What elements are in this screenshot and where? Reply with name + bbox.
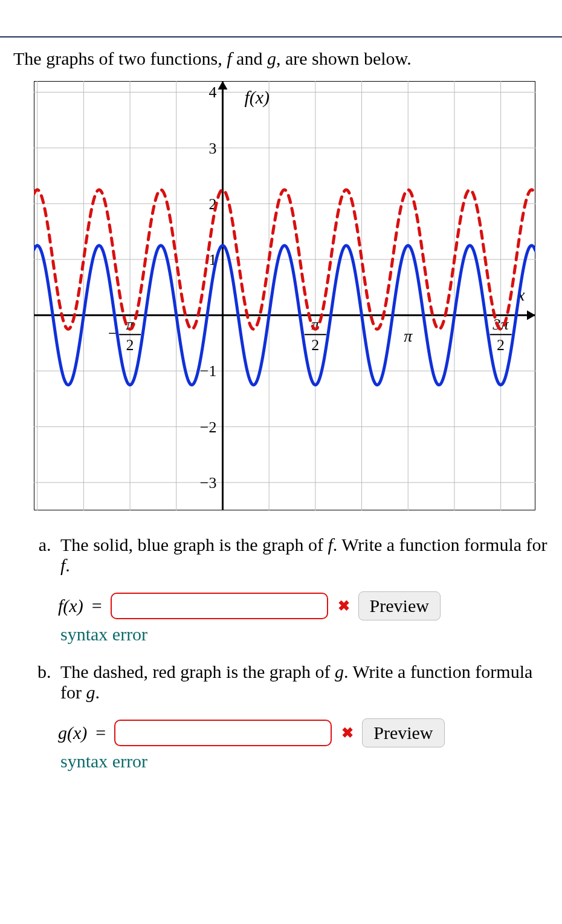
parts-list: The solid, blue graph is the graph of f.…	[13, 535, 549, 772]
wrong-icon: ✖	[334, 597, 352, 614]
preview-button-a[interactable]: Preview	[358, 591, 441, 620]
chart-svg: −3−2−11234−π2π2π3π2xf(x)	[34, 81, 535, 510]
part-b-lhs: g(x)	[58, 723, 88, 743]
part-a: The solid, blue graph is the graph of f.…	[56, 535, 549, 645]
svg-marker-22	[527, 310, 535, 320]
svg-text:−3: −3	[200, 474, 217, 492]
svg-text:3: 3	[208, 140, 216, 157]
preview-button-b[interactable]: Preview	[362, 718, 444, 747]
part-a-text: The solid, blue graph is the graph of f.…	[60, 535, 547, 575]
svg-text:2: 2	[126, 336, 134, 354]
equals-sign: =	[94, 723, 108, 743]
part-a-lhs: f(x)	[58, 596, 85, 616]
svg-text:π: π	[404, 327, 413, 345]
wrong-icon: ✖	[338, 724, 356, 741]
part-b-text: The dashed, red graph is the graph of g.…	[60, 662, 532, 702]
equals-sign: =	[91, 596, 105, 616]
divider	[0, 36, 562, 37]
part-b-answer-row: g(x) = ✖ Preview	[58, 718, 549, 747]
svg-text:2: 2	[497, 336, 505, 354]
question-prompt: The graphs of two functions, f and g, ar…	[13, 48, 549, 69]
part-b-error: syntax error	[60, 751, 549, 772]
part-b: The dashed, red graph is the graph of g.…	[56, 662, 549, 772]
part-a-input[interactable]	[111, 593, 328, 619]
svg-marker-23	[218, 81, 227, 89]
part-b-input[interactable]	[114, 720, 332, 746]
svg-rect-0	[34, 82, 535, 510]
svg-text:f(x): f(x)	[244, 87, 270, 108]
svg-text:2: 2	[311, 336, 319, 354]
svg-text:4: 4	[208, 83, 216, 101]
part-a-answer-row: f(x) = ✖ Preview	[58, 591, 549, 620]
chart: −3−2−11234−π2π2π3π2xf(x)	[34, 81, 535, 510]
svg-text:−2: −2	[200, 418, 217, 436]
svg-text:π: π	[311, 316, 320, 333]
part-a-error: syntax error	[60, 624, 549, 645]
question-container: The graphs of two functions, f and g, ar…	[0, 48, 562, 807]
svg-text:−1: −1	[200, 362, 217, 380]
